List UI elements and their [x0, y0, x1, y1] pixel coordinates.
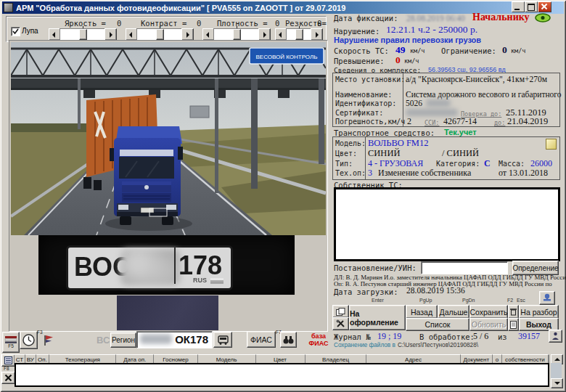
slider-track[interactable]	[136, 28, 183, 41]
limit-value: 0	[502, 44, 507, 56]
minimize-button[interactable]	[512, 1, 525, 12]
photo-frame: ВЕСОВОЙ КОНТРОЛЬ	[9, 40, 328, 332]
truck-front-icon	[218, 335, 229, 345]
processing-value: 5 / 6	[473, 331, 488, 342]
resolution-input[interactable]	[421, 261, 508, 274]
define-button[interactable]: Определение	[512, 261, 559, 275]
slider-right-arrow[interactable]	[181, 28, 194, 41]
plate-blur-redaction	[120, 249, 180, 285]
plate-number-input[interactable]: ОК178	[136, 331, 213, 348]
slider-track[interactable]	[60, 28, 106, 41]
journal-total: 39157	[518, 331, 540, 342]
eye-icon[interactable]	[535, 13, 551, 23]
tech-op-date: от 13.01.2018	[499, 168, 548, 179]
to-review-button[interactable]: На разбор	[519, 305, 559, 319]
person-icon	[551, 332, 559, 340]
slider-thumb[interactable]	[295, 29, 303, 40]
slider-right-arrow[interactable]	[311, 28, 323, 41]
fix-date-value: 28.08.2019 06:40	[406, 14, 465, 23]
error-value: 2	[407, 116, 411, 127]
resolution-label: Постановление/УИН:	[334, 264, 417, 272]
vehicle-card-button[interactable]	[213, 332, 232, 348]
journal-button[interactable]	[508, 318, 519, 331]
to-processing-button[interactable]: На оформление	[349, 305, 406, 330]
until-value: 21.04.2019	[507, 116, 548, 127]
brightness-value: 0	[117, 19, 121, 28]
search-button[interactable]	[280, 332, 297, 348]
certificate-redaction	[406, 109, 458, 116]
model-label: Модель:	[335, 139, 366, 147]
identifier-label: Идентификатор:	[335, 99, 396, 107]
error-label: Погрешность,км/ч	[335, 118, 405, 126]
category-value: C	[484, 158, 491, 169]
category-label: Категория:	[436, 160, 480, 168]
to-chief-label[interactable]: Начальнику	[472, 12, 530, 23]
sharpness-slider[interactable]	[275, 28, 323, 39]
refresh-button[interactable]: Обновить	[469, 318, 508, 331]
lupa-checkbox[interactable]	[11, 27, 20, 36]
maximize-button[interactable]	[525, 1, 538, 12]
density-label: Плотность =	[217, 19, 268, 28]
slider-thumb[interactable]	[79, 29, 87, 40]
operator-info-button[interactable]	[549, 330, 562, 343]
notes-button[interactable]	[1, 354, 15, 367]
list-button[interactable]: Список	[406, 318, 469, 331]
speed-label: Скорость ТС:	[334, 46, 389, 55]
load-date-label: Дата загрузки:	[334, 287, 398, 296]
results-table-header: СТ ВУ Оп. Техоперация Дата оп. Госномер …	[15, 354, 549, 363]
pgup-hint: PgUp	[419, 298, 432, 303]
stamp-button[interactable]	[539, 291, 555, 305]
next-button[interactable]: Дальше	[438, 305, 469, 319]
name-label: Наименование:	[335, 91, 392, 99]
violation-description: Нарушение правил перевозки грузов	[334, 36, 481, 44]
fias-button[interactable]: ФИАС	[247, 331, 276, 348]
contrast-slider[interactable]	[126, 28, 194, 39]
f8-label: F8	[4, 366, 9, 371]
vehicle-box: Модель: ВОЛЬВО FM12 Цвет: СИНИЙ / СИНИЙ …	[332, 136, 560, 180]
history-button[interactable]	[20, 331, 38, 349]
brightness-slider[interactable]	[49, 28, 117, 39]
identifier-value: 5026	[406, 99, 422, 107]
contrast-label: Контраст =	[141, 19, 186, 28]
tools-button[interactable]	[332, 317, 349, 330]
slider-track[interactable]	[286, 28, 312, 41]
cab-zoom-crop	[117, 295, 218, 330]
note-icon[interactable]	[546, 139, 557, 150]
plate-input-redaction	[140, 334, 172, 344]
plate-rus-text: RUS	[193, 277, 207, 284]
close-button[interactable]	[538, 1, 551, 12]
clear-button[interactable]	[1, 372, 15, 384]
trash-icon	[510, 308, 517, 316]
tools-icon	[336, 319, 345, 328]
preview-button[interactable]	[332, 305, 349, 318]
save-button[interactable]: Сохранить	[469, 305, 508, 319]
region-button[interactable]: Регион	[110, 332, 136, 348]
plate-input-value: ОК178	[175, 333, 208, 346]
back-button[interactable]: Назад	[406, 305, 438, 319]
slider-thumb[interactable]	[156, 29, 164, 40]
sharpness-value: 0	[317, 19, 321, 28]
contrast-value: 0	[197, 19, 201, 28]
density-slider[interactable]	[202, 28, 271, 39]
limit-label: Ограничение:	[441, 46, 496, 55]
slider-track[interactable]	[213, 28, 260, 41]
weight-control-sign-text: ВЕСОВОЙ КОНТРОЛЬ	[255, 54, 317, 60]
mass-label: Масса:	[499, 160, 525, 168]
delete-button[interactable]	[508, 305, 519, 319]
owner-box[interactable]	[334, 187, 560, 261]
lupa-label: Лупа	[22, 27, 38, 35]
slider-right-arrow[interactable]	[104, 28, 117, 41]
results-table-body[interactable]	[15, 363, 549, 387]
violation-photo[interactable]: ВЕСОВОЙ КОНТРОЛЬ	[11, 42, 326, 235]
slider-thumb[interactable]	[233, 29, 241, 40]
table-scroll-down[interactable]	[551, 378, 563, 388]
image-controls-panel: Лупа Яркость = 0 Контраст = 0 Плотность …	[6, 16, 327, 42]
slider-right-arrow[interactable]	[258, 28, 271, 41]
plate-mode-button[interactable]: F5	[2, 332, 20, 353]
tech-op-label: Тех.оп:	[335, 169, 366, 177]
table-scrollbar-track[interactable]	[551, 363, 562, 378]
vehicle-status: Тек.учет	[444, 128, 477, 136]
binoculars-icon	[283, 335, 294, 344]
vs-label: ВС	[97, 335, 110, 346]
flag-button[interactable]	[42, 334, 55, 347]
